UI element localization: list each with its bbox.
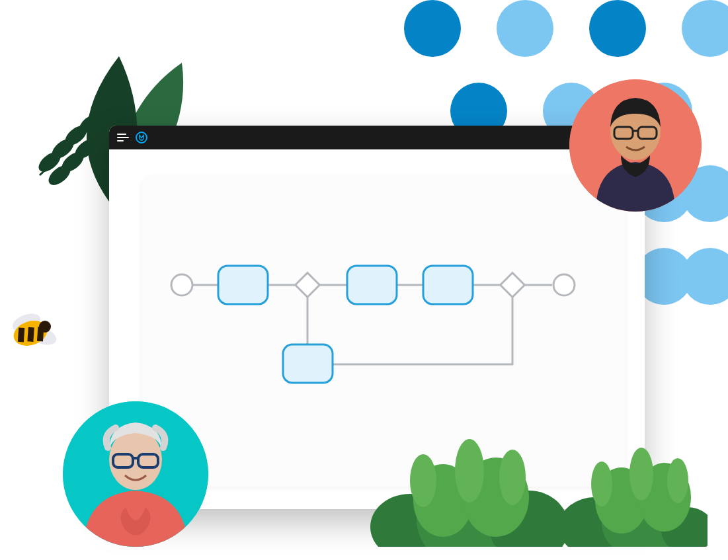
svg-point-42: [39, 321, 51, 333]
svg-point-28: [410, 454, 436, 507]
titlebar: [109, 126, 645, 149]
flow-task-node[interactable]: [218, 266, 268, 304]
avatar: [569, 79, 702, 212]
flow-task-node[interactable]: [423, 266, 473, 304]
decorative-bush: [555, 448, 708, 547]
flow-gateway-node[interactable]: [296, 273, 320, 298]
menu-icon[interactable]: [117, 134, 129, 141]
svg-point-29: [455, 439, 484, 502]
svg-point-38: [667, 458, 688, 503]
flow-end-node[interactable]: [553, 274, 575, 296]
flow-task-node[interactable]: [283, 344, 333, 383]
svg-point-37: [629, 448, 653, 500]
mulesoft-logo-icon: [136, 132, 147, 143]
flow-diagram: [169, 255, 598, 427]
flow-gateway-node[interactable]: [501, 273, 525, 298]
avatar: [63, 401, 208, 547]
flow-task-node[interactable]: [347, 266, 397, 304]
svg-point-36: [591, 461, 612, 506]
decorative-bee-icon: [1, 304, 67, 357]
decorative-bush: [370, 434, 569, 547]
flow-start-node[interactable]: [171, 274, 192, 296]
svg-point-30: [499, 450, 526, 505]
